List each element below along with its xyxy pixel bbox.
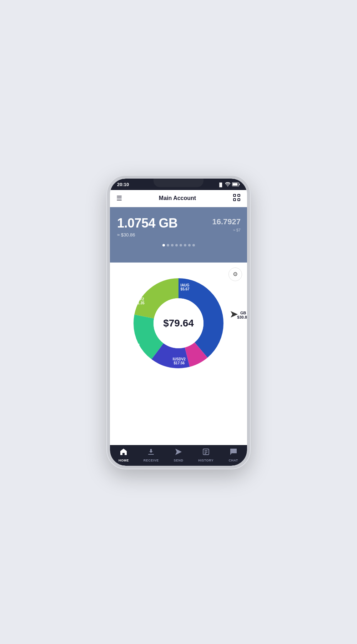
hamburger-menu-button[interactable]: ☰ [116, 194, 122, 202]
volume-up-button [107, 214, 109, 225]
power-button [248, 221, 250, 239]
donut-total-label: $79.64 [163, 318, 194, 329]
svg-marker-9 [175, 449, 182, 455]
svg-rect-8 [148, 454, 154, 455]
receive-icon [147, 448, 155, 458]
dot-1 [162, 244, 165, 246]
send-icon [175, 448, 182, 458]
nav-chat[interactable]: CHAT [223, 448, 244, 462]
phone-notch [154, 179, 203, 187]
secondary-balance-sub: ≈ $7 [233, 228, 241, 232]
volume-down-button [107, 230, 109, 246]
nav-history-label: HISTORY [198, 459, 213, 462]
nav-history[interactable]: HISTORY [195, 448, 217, 462]
phone-frame: 20:10 ▐▌ ☰ Main Ac [107, 176, 250, 469]
scan-button[interactable] [233, 194, 241, 203]
nav-send[interactable]: SEND [168, 448, 189, 462]
dot-4 [175, 244, 178, 246]
main-balance-sub: ≈ $30.86 [117, 232, 240, 238]
dot-8 [192, 244, 195, 246]
status-time: 20:10 [117, 182, 129, 187]
nav-bar: ☰ Main Account [110, 190, 247, 207]
phone-screen: 20:10 ▐▌ ☰ Main Ac [110, 179, 247, 466]
nav-home-label: HOME [119, 459, 129, 462]
dot-3 [171, 244, 174, 246]
svg-rect-2 [239, 184, 240, 185]
svg-rect-1 [233, 183, 238, 185]
svg-rect-3 [233, 194, 236, 196]
donut-chart: $79.64 GB $30.86 [129, 273, 228, 373]
balance-banner: 1.0754 GB ≈ $30.86 16.7927 ≈ $7 [110, 207, 247, 263]
page-title: Main Account [159, 195, 196, 201]
gb-arrow [231, 311, 238, 319]
settings-button[interactable]: ⚙ [228, 268, 242, 281]
svg-rect-5 [233, 199, 236, 201]
nav-receive-label: RECEIVE [144, 459, 159, 462]
dot-7 [188, 244, 191, 246]
nav-send-label: SEND [174, 459, 183, 462]
chart-container: $79.64 GB $30.86 [110, 263, 247, 380]
bottom-nav: HOME RECEIVE SEND [110, 445, 247, 466]
dot-2 [167, 244, 169, 246]
nav-home[interactable]: HOME [113, 448, 134, 462]
label-gb: GB $30.86 [237, 311, 247, 319]
svg-rect-4 [238, 194, 240, 196]
secondary-balance-value: 16.7927 [212, 217, 241, 226]
status-icons: ▐▌ [218, 182, 240, 187]
nav-receive[interactable]: RECEIVE [140, 448, 162, 462]
history-icon [202, 448, 210, 458]
home-icon [120, 448, 127, 458]
svg-marker-7 [231, 311, 238, 318]
wifi-icon [225, 182, 230, 187]
signal-icon: ▐▌ [218, 183, 223, 187]
page-dots [117, 244, 240, 246]
battery-icon [232, 182, 240, 187]
svg-rect-6 [238, 199, 240, 201]
nav-chat-label: CHAT [228, 459, 238, 462]
chat-icon [230, 448, 237, 458]
dot-6 [184, 244, 186, 246]
main-content: ⚙ $79.64 [110, 263, 247, 445]
gear-icon: ⚙ [233, 271, 238, 278]
silent-button [107, 250, 109, 266]
dot-5 [180, 244, 182, 246]
